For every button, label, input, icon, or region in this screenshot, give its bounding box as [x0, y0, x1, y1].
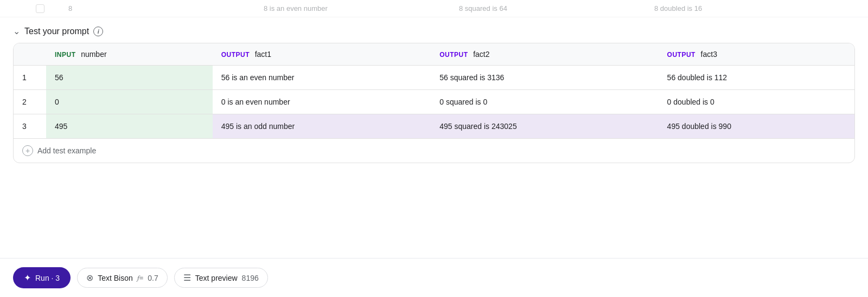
model-temperature: 0.7	[148, 274, 158, 282]
th-output3-label: OUTPUT	[667, 51, 695, 59]
preview-icon: ☰	[183, 273, 191, 283]
table-row: 1 56 56 is an even number 56 squared is …	[14, 66, 854, 90]
test-table: INPUT number OUTPUT fact1 OUTPUT fact2 O…	[14, 43, 854, 138]
output3-cell[interactable]: 0 doubled is 0	[659, 90, 854, 114]
add-example-label: Add test example	[37, 146, 96, 155]
section-header: ⌄ Test your prompt i	[0, 17, 868, 43]
temperature-icon: 𝑓=	[137, 274, 144, 282]
section-title: Test your prompt	[24, 27, 89, 36]
th-input-name: number	[81, 50, 106, 59]
output3-cell[interactable]: 56 doubled is 112	[659, 66, 854, 90]
row-num: 2	[14, 90, 46, 114]
th-output1: OUTPUT fact1	[213, 43, 431, 66]
collapse-chevron-icon[interactable]: ⌄	[13, 26, 20, 36]
th-output2-label: OUTPUT	[439, 51, 468, 59]
model-icon: ⊗	[86, 273, 93, 283]
output1-cell[interactable]: 495 is an odd number	[213, 114, 431, 139]
test-table-container: INPUT number OUTPUT fact1 OUTPUT fact2 O…	[13, 43, 855, 163]
th-input-label: INPUT	[55, 51, 76, 59]
spark-icon: ✦	[24, 273, 31, 283]
input-cell[interactable]: 56	[46, 66, 213, 90]
top-fact2: 8 squared is 64	[450, 4, 646, 12]
add-example-row[interactable]: + Add test example	[14, 138, 854, 163]
table-header-row: INPUT number OUTPUT fact1 OUTPUT fact2 O…	[14, 43, 854, 66]
top-fact3: 8 doubled is 16	[646, 4, 841, 12]
run-label: Run · 3	[35, 274, 60, 282]
output1-cell[interactable]: 0 is an even number	[213, 90, 431, 114]
add-circle-icon: +	[22, 145, 33, 156]
th-output2-name: fact2	[473, 50, 489, 59]
th-output2: OUTPUT fact2	[431, 43, 658, 66]
output3-cell[interactable]: 495 doubled is 990	[659, 114, 854, 139]
output2-cell[interactable]: 56 squared is 3136	[431, 66, 658, 90]
top-number: 8	[60, 4, 255, 12]
table-row: 2 0 0 is an even number 0 squared is 0 0…	[14, 90, 854, 114]
top-checkbox	[27, 4, 60, 13]
th-input: INPUT number	[46, 43, 213, 66]
output1-cell[interactable]: 56 is an even number	[213, 66, 431, 90]
preview-pill[interactable]: ☰ Text preview 8196	[174, 268, 268, 288]
table-row: 3 495 495 is an odd number 495 squared i…	[14, 114, 854, 139]
model-name: Text Bison	[98, 274, 133, 282]
output2-cell[interactable]: 0 squared is 0	[431, 90, 658, 114]
row-num: 1	[14, 66, 46, 90]
output2-cell[interactable]: 495 squared is 243025	[431, 114, 658, 139]
input-cell[interactable]: 0	[46, 90, 213, 114]
preview-value: 8196	[242, 274, 259, 282]
th-output3: OUTPUT fact3	[659, 43, 854, 66]
top-partial-row: 8 8 is an even number 8 squared is 64 8 …	[0, 0, 868, 17]
th-output3-name: fact3	[701, 50, 717, 59]
th-output1-label: OUTPUT	[221, 51, 250, 59]
th-output1-name: fact1	[255, 50, 271, 59]
info-icon[interactable]: i	[93, 27, 103, 36]
bottom-toolbar: ✦ Run · 3 ⊗ Text Bison 𝑓= 0.7 ☰ Text pre…	[0, 258, 868, 297]
row-num: 3	[14, 114, 46, 139]
th-row-num	[14, 43, 46, 66]
preview-label: Text preview	[195, 274, 238, 282]
top-fact1: 8 is an even number	[255, 4, 450, 12]
model-pill[interactable]: ⊗ Text Bison 𝑓= 0.7	[77, 268, 168, 288]
input-cell[interactable]: 495	[46, 114, 213, 139]
run-button[interactable]: ✦ Run · 3	[13, 267, 71, 288]
